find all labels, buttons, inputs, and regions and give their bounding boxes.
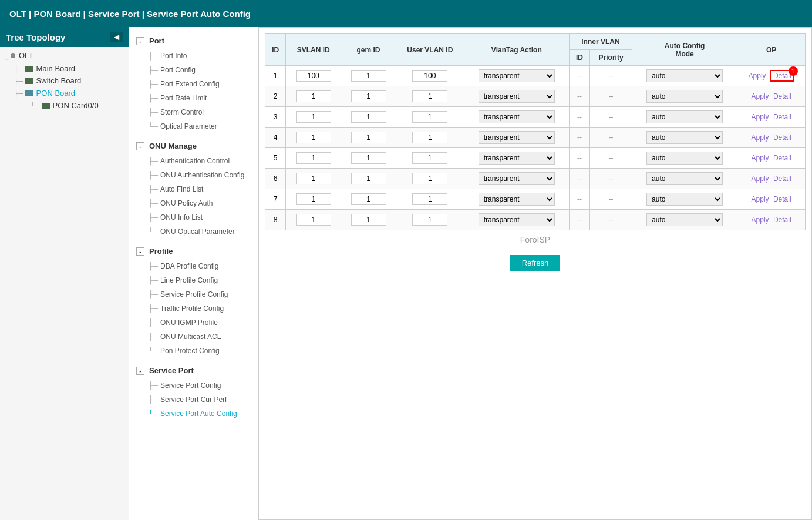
onu-multicast-acl-item[interactable]: ├─ONU Multicast ACL (129, 330, 258, 344)
vlantag-select[interactable]: transparenttaguntagtranslate (479, 90, 555, 103)
svlan-input[interactable] (296, 132, 331, 143)
auto-find-list-item[interactable]: ├─Auto Find List (129, 182, 258, 196)
refresh-button[interactable]: Refresh (510, 255, 561, 271)
onu-info-list-item[interactable]: ├─ONU Info List (129, 210, 258, 224)
onu-policy-auth-item[interactable]: ├─ONU Policy Auth (129, 196, 258, 210)
svlan-input[interactable] (296, 90, 331, 102)
vlantag-select[interactable]: transparenttaguntagtranslate (479, 152, 555, 165)
port-extend-config-item[interactable]: ├─Port Extend Config (129, 77, 258, 91)
branch-icon: ├─ (14, 65, 23, 72)
storm-control-item[interactable]: ├─Storm Control (129, 105, 258, 119)
pon-board-item[interactable]: ├─ PON Board (9, 87, 129, 99)
service-port-cur-perf-item[interactable]: ├─Service Port Cur Perf (129, 392, 258, 407)
port-config-item[interactable]: ├─Port Config (129, 63, 258, 77)
vlantag-select[interactable]: transparenttaguntagtranslate (479, 193, 555, 206)
tree-olt-item[interactable]: ⎯ OLT (0, 49, 129, 62)
onu-optical-param-item[interactable]: └─ONU Optical Parameter (129, 224, 258, 239)
optical-parameter-item[interactable]: └─Optical Parameter (129, 119, 258, 133)
traffic-profile-item[interactable]: ├─Traffic Profile Config (129, 301, 258, 316)
detail-button[interactable]: Detail (773, 133, 791, 142)
dba-profile-item[interactable]: ├─DBA Profile Config (129, 259, 258, 273)
svlan-input[interactable] (296, 214, 331, 226)
op-cell: Apply Detail (737, 148, 806, 169)
auth-control-item[interactable]: ├─Authentication Control (129, 154, 258, 168)
mode-select[interactable]: automanual (646, 131, 723, 144)
apply-button[interactable]: Apply (752, 92, 769, 100)
mode-select[interactable]: automanual (646, 110, 723, 123)
user-vlan-input[interactable] (412, 90, 447, 102)
vlantag-select[interactable]: transparenttaguntagtranslate (479, 213, 555, 226)
svlan-input[interactable] (296, 193, 331, 205)
main-board-item[interactable]: ├─ Main Board (9, 62, 129, 75)
apply-button[interactable]: Apply (752, 154, 769, 162)
vlantag-select[interactable]: transparenttaguntagtranslate (479, 131, 555, 144)
detail-button[interactable]: Detail (773, 92, 791, 100)
line-profile-item[interactable]: ├─Line Profile Config (129, 273, 258, 287)
gem-input[interactable] (351, 90, 386, 102)
vlantag-select[interactable]: transparenttaguntagtranslate (479, 110, 555, 123)
branch3-icon: ├─ (14, 90, 23, 97)
service-port-auto-config-item[interactable]: └─Service Port Auto Config (129, 407, 258, 421)
gem-input[interactable] (351, 173, 386, 184)
port-info-item[interactable]: ├─Port Info (129, 49, 258, 63)
detail-button[interactable]: Detail (773, 154, 791, 162)
user-vlan-input[interactable] (412, 173, 447, 184)
mode-select[interactable]: automanual (646, 193, 723, 206)
detail-button[interactable]: Detail (773, 113, 791, 121)
port-expand-icon[interactable]: - (136, 37, 144, 45)
apply-button[interactable]: Apply (752, 133, 769, 142)
svlan-input[interactable] (296, 152, 331, 164)
user-vlan-input[interactable] (412, 111, 447, 123)
table-row: 7transparenttaguntagtranslate----automan… (265, 189, 806, 210)
profile-expand-icon[interactable]: - (136, 247, 144, 256)
gem-input[interactable] (351, 152, 386, 164)
user-vlan-input[interactable] (412, 152, 447, 164)
gem-input[interactable] (351, 111, 386, 123)
gem-input[interactable] (351, 214, 386, 226)
gem-input[interactable] (351, 70, 386, 82)
table-row: 2transparenttaguntagtranslate----automan… (265, 86, 806, 107)
onu-igmp-profile-item[interactable]: ├─ONU IGMP Profile (129, 316, 258, 330)
user-vlan-input[interactable] (412, 132, 447, 143)
vlantag-select[interactable]: transparenttaguntagtranslate (479, 69, 555, 82)
service-port-expand-icon[interactable]: - (136, 367, 144, 375)
th-user-vlan: User VLAN ID (396, 34, 464, 66)
mode-select[interactable]: automanual (646, 172, 723, 185)
apply-button[interactable]: Apply (752, 113, 769, 121)
user-vlan-input[interactable] (412, 214, 447, 226)
port-rate-limit-item[interactable]: ├─Port Rate Limit (129, 91, 258, 105)
apply-button[interactable]: Apply (752, 175, 769, 183)
detail-button[interactable]: Detail (773, 216, 791, 224)
detail-button[interactable]: Detail (773, 195, 791, 203)
mode-select[interactable]: automanual (646, 152, 723, 165)
user-vlan-input[interactable] (412, 70, 447, 82)
mode-select[interactable]: automanual (646, 90, 723, 103)
service-port-config-item[interactable]: ├─Service Port Config (129, 378, 258, 392)
cell-svlan (286, 107, 341, 128)
watermark: ForoISP (265, 235, 806, 244)
svlan-input[interactable] (296, 173, 331, 184)
mode-select[interactable]: automanual (646, 213, 723, 226)
detail-button[interactable]: Detail (773, 175, 791, 183)
user-vlan-input[interactable] (412, 193, 447, 205)
apply-button[interactable]: Apply (749, 72, 766, 80)
gem-input[interactable] (351, 193, 386, 205)
cell-id: 7 (265, 189, 286, 210)
collapse-button[interactable]: ◀ (110, 32, 123, 42)
cell-mode: automanual (632, 189, 737, 210)
vlantag-select[interactable]: transparenttaguntagtranslate (479, 172, 555, 185)
switch-board-item[interactable]: ├─ Switch Board (9, 75, 129, 87)
mode-select[interactable]: automanual (646, 69, 723, 82)
apply-button[interactable]: Apply (752, 195, 769, 203)
svlan-input[interactable] (296, 70, 331, 82)
cell-inner-id: -- (569, 189, 589, 210)
apply-button[interactable]: Apply (752, 216, 769, 224)
pon-protect-config-item[interactable]: └─Pon Protect Config (129, 344, 258, 358)
pon-card-item[interactable]: └─ PON Card0/0 (26, 99, 129, 112)
svlan-input[interactable] (296, 111, 331, 123)
onu-expand-icon[interactable]: - (136, 142, 144, 150)
data-table: ID SVLAN ID gem ID User VLAN ID VlanTag … (265, 33, 806, 230)
onu-auth-config-item[interactable]: ├─ONU Authentication Config (129, 168, 258, 182)
gem-input[interactable] (351, 132, 386, 143)
service-profile-item[interactable]: ├─Service Profile Config (129, 287, 258, 301)
